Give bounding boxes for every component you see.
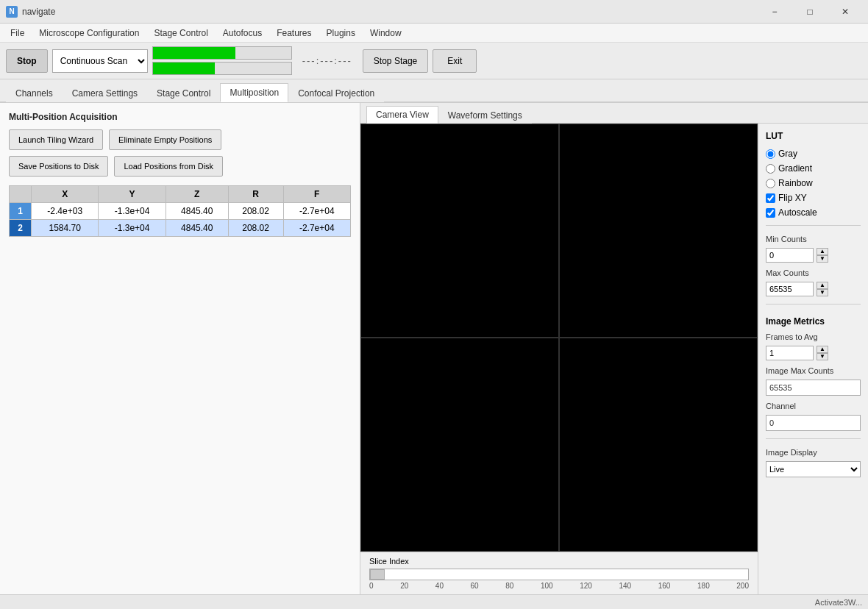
launch-tiling-button[interactable]: Launch Tiling Wizard — [9, 129, 103, 150]
min-counts-row: ▲ ▼ — [766, 248, 861, 263]
row-num-2: 2 — [10, 220, 32, 237]
camera-quadrant-top-right — [559, 124, 758, 338]
max-counts-row: ▲ ▼ — [766, 282, 861, 296]
progress-fill-2 — [153, 63, 216, 74]
channel-input — [766, 415, 861, 431]
ruler-140: 140 — [619, 582, 631, 590]
title-bar: N navigate − □ ✕ — [0, 0, 868, 24]
max-counts-down[interactable]: ▼ — [817, 289, 828, 296]
section-title: Multi-Position Acquisition — [9, 112, 351, 122]
autoscale-label: Autoscale — [778, 207, 817, 218]
frames-to-avg-label: Frames to Avg — [766, 332, 861, 341]
stop-stage-button[interactable]: Stop Stage — [363, 49, 428, 73]
menu-microscope-configuration[interactable]: Microscope Configuration — [32, 25, 146, 41]
min-counts-input[interactable] — [766, 248, 814, 263]
lut-gradient-label: Gradient — [778, 163, 812, 174]
slice-track[interactable] — [369, 569, 749, 580]
lut-rainbow-radio[interactable] — [766, 179, 775, 188]
camera-view — [360, 124, 758, 552]
tab-waveform-settings[interactable]: Waveform Settings — [438, 107, 532, 124]
frames-to-avg-spinner: ▲ ▼ — [817, 346, 828, 360]
frames-to-avg-down[interactable]: ▼ — [817, 353, 828, 360]
tab-stage-control[interactable]: Stage Control — [147, 84, 220, 102]
stop-button[interactable]: Stop — [6, 49, 48, 73]
flip-xy-checkbox[interactable] — [766, 193, 775, 203]
ruler-20: 20 — [400, 582, 408, 590]
ruler-80: 80 — [505, 582, 513, 590]
load-positions-button[interactable]: Load Positions from Disk — [114, 156, 223, 177]
frames-to-avg-up[interactable]: ▲ — [817, 346, 828, 353]
maximize-button[interactable]: □ — [793, 0, 827, 24]
image-metrics-title: Image Metrics — [766, 316, 861, 327]
col-header-f: F — [283, 186, 350, 203]
lut-panel: LUT Gray Gradient Rainbow Flip XY — [758, 124, 868, 594]
cell-f-2: -2.7e+04 — [283, 220, 350, 237]
tab-confocal-projection[interactable]: Confocal Projection — [288, 84, 384, 102]
table-row[interactable]: 1 -2.4e+03 -1.3e+04 4845.40 208.02 -2.7e… — [10, 203, 351, 220]
camera-lut-area: Slice Index 0 20 40 60 80 100 120 140 16… — [360, 124, 868, 594]
menu-window[interactable]: Window — [363, 25, 409, 41]
row-num-1: 1 — [10, 203, 32, 220]
col-header-index — [10, 186, 32, 203]
tab-channels[interactable]: Channels — [6, 84, 63, 102]
progress-fill-1 — [153, 47, 236, 59]
window-controls: − □ ✕ — [758, 0, 862, 24]
slice-ruler: 0 20 40 60 80 100 120 140 160 180 200 — [369, 582, 749, 590]
max-counts-spinner: ▲ ▼ — [817, 282, 828, 296]
close-button[interactable]: ✕ — [828, 0, 862, 24]
channel-label: Channel — [766, 402, 861, 410]
save-positions-button[interactable]: Save Positions to Disk — [9, 156, 108, 177]
ruler-200: 200 — [736, 582, 749, 590]
lut-rainbow-label: Rainbow — [778, 178, 813, 188]
btn-row-1: Launch Tiling Wizard Eliminate Empty Pos… — [9, 129, 351, 150]
ruler-120: 120 — [580, 582, 592, 590]
cell-y-1: -1.3e+04 — [99, 203, 166, 220]
min-counts-label: Min Counts — [766, 235, 861, 243]
lut-gradient-radio[interactable] — [766, 164, 775, 174]
lut-gray-radio[interactable] — [766, 149, 775, 159]
autoscale-checkbox[interactable] — [766, 208, 775, 218]
scan-mode-dropdown[interactable]: Continuous Scan Z-Stack Single — [52, 49, 148, 73]
max-counts-input[interactable] — [766, 282, 814, 296]
menu-autofocus[interactable]: Autofocus — [216, 25, 269, 41]
lut-gray-label: Gray — [778, 149, 797, 159]
cell-z-2: 4845.40 — [166, 220, 228, 237]
menu-plugins[interactable]: Plugins — [319, 25, 363, 41]
progress-dots: ---:---:--- — [296, 55, 358, 66]
progress-bar-2 — [152, 62, 292, 75]
exit-button[interactable]: Exit — [433, 49, 477, 73]
max-counts-up[interactable]: ▲ — [817, 282, 828, 289]
col-header-x: X — [32, 186, 99, 203]
autoscale-row: Autoscale — [766, 207, 861, 218]
image-display-select[interactable]: Live Snap Max — [766, 461, 861, 477]
lut-title: LUT — [766, 131, 861, 141]
menu-stage-control[interactable]: Stage Control — [146, 25, 215, 41]
slice-thumb[interactable] — [370, 569, 385, 580]
min-counts-spinner: ▲ ▼ — [817, 248, 828, 263]
multiposition-panel: Multi-Position Acquisition Launch Tiling… — [0, 103, 360, 246]
tab-camera-view[interactable]: Camera View — [366, 106, 438, 124]
frames-to-avg-input[interactable] — [766, 346, 814, 360]
progress-group — [152, 46, 292, 75]
frames-to-avg-row: ▲ ▼ — [766, 346, 861, 360]
menu-file[interactable]: File — [3, 25, 32, 41]
max-counts-label: Max Counts — [766, 268, 861, 277]
min-counts-down[interactable]: ▼ — [817, 255, 828, 263]
table-row[interactable]: 2 1584.70 -1.3e+04 4845.40 208.02 -2.7e+… — [10, 220, 351, 237]
cell-x-2: 1584.70 — [32, 220, 99, 237]
tab-camera-settings[interactable]: Camera Settings — [63, 84, 147, 102]
min-counts-up[interactable]: ▲ — [817, 248, 828, 255]
menu-features[interactable]: Features — [269, 25, 319, 41]
cell-z-1: 4845.40 — [166, 203, 228, 220]
minimize-button[interactable]: − — [758, 0, 791, 24]
tab-multiposition[interactable]: Multiposition — [220, 83, 288, 102]
cell-f-1: -2.7e+04 — [283, 203, 350, 220]
eliminate-empty-button[interactable]: Eliminate Empty Positions — [109, 129, 221, 150]
ruler-160: 160 — [658, 582, 671, 590]
left-panel-scroll[interactable]: Multi-Position Acquisition Launch Tiling… — [0, 103, 360, 594]
btn-row-2: Save Positions to Disk Load Positions fr… — [9, 156, 351, 177]
ruler-100: 100 — [541, 582, 553, 590]
status-text: Activate3W... — [815, 598, 862, 607]
image-max-counts-input — [766, 380, 861, 396]
camera-tab-bar: Camera View Waveform Settings — [360, 103, 868, 124]
